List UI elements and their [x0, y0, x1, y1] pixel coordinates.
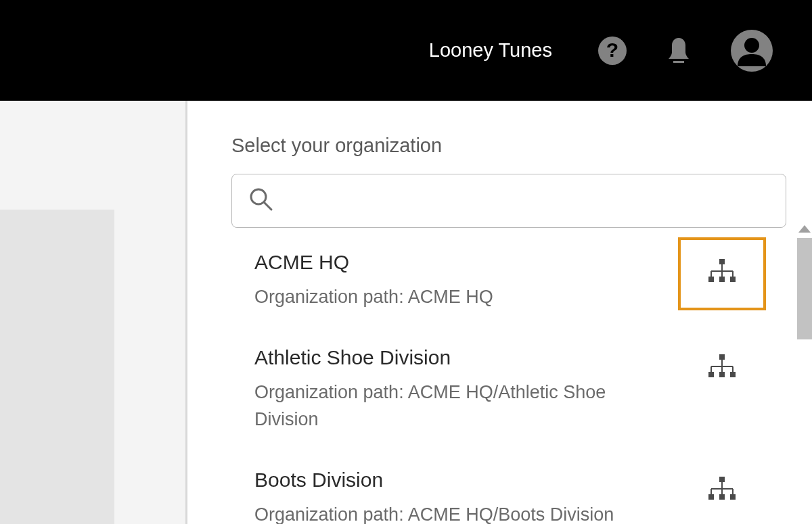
svg-rect-13	[708, 277, 714, 282]
svg-line-6	[264, 202, 271, 210]
hierarchy-icon	[707, 258, 737, 290]
org-item[interactable]: Athletic Shoe Division Organization path…	[231, 327, 766, 450]
svg-rect-25	[719, 477, 725, 482]
section-title: Select your organization	[231, 135, 788, 157]
org-path: Organization path: ACME HQ/Athletic Shoe…	[254, 379, 633, 433]
scroll-up-arrow-icon[interactable]	[798, 225, 811, 233]
hierarchy-button[interactable]	[678, 237, 766, 310]
svg-rect-22	[708, 372, 714, 377]
svg-rect-15	[730, 277, 736, 282]
svg-rect-32	[719, 494, 725, 500]
help-icon[interactable]: ?	[598, 37, 627, 65]
org-name: ACME HQ	[254, 251, 678, 274]
org-search-input[interactable]	[285, 192, 786, 210]
left-sidebar	[0, 101, 187, 524]
org-list: ACME HQ Organization path: ACME HQ	[231, 232, 766, 524]
org-name: Athletic Shoe Division	[254, 346, 678, 369]
svg-point-4	[744, 38, 759, 53]
avatar-icon[interactable]	[731, 30, 773, 72]
top-header: Looney Tunes ?	[0, 0, 812, 101]
main-panel: Select your organization ACME HQ Organiz…	[187, 101, 812, 524]
org-item[interactable]: ACME HQ Organization path: ACME HQ	[231, 232, 766, 327]
svg-rect-2	[673, 61, 684, 63]
org-item[interactable]: Boots Division Organization path: ACME H…	[231, 450, 766, 525]
hierarchy-button[interactable]	[678, 455, 766, 525]
svg-rect-14	[719, 277, 725, 282]
svg-rect-33	[730, 494, 736, 500]
org-path: Organization path: ACME HQ	[254, 283, 633, 311]
hierarchy-icon	[707, 353, 737, 385]
hierarchy-button[interactable]	[678, 333, 766, 406]
org-search-box[interactable]	[231, 174, 786, 228]
scroll-thumb[interactable]	[797, 238, 812, 339]
svg-rect-31	[708, 494, 714, 500]
org-name: Boots Division	[254, 469, 678, 492]
svg-rect-16	[719, 354, 725, 360]
svg-rect-24	[730, 372, 736, 377]
svg-rect-23	[719, 372, 725, 377]
search-icon	[248, 187, 274, 215]
scrollbar[interactable]	[796, 225, 812, 523]
org-switcher-title[interactable]: Looney Tunes	[429, 39, 552, 62]
notifications-icon[interactable]	[664, 36, 693, 66]
svg-rect-7	[719, 259, 725, 264]
org-path: Organization path: ACME HQ/Boots Divisio…	[254, 501, 633, 525]
hierarchy-icon	[707, 475, 737, 508]
svg-text:?: ?	[606, 39, 618, 61]
sidebar-accent-block	[0, 210, 114, 524]
